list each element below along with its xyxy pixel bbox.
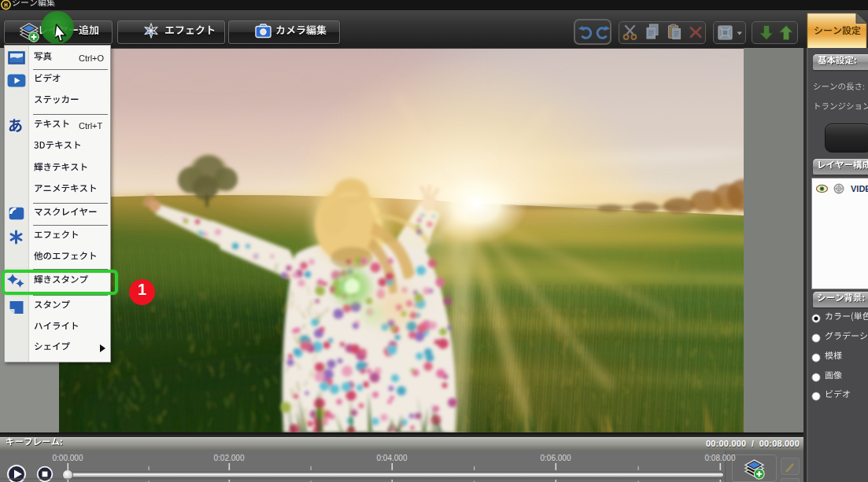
svg-text:0:02.000: 0:02.000 <box>214 454 245 462</box>
svg-text:0:04.000: 0:04.000 <box>377 454 408 462</box>
svg-text:0:00.000: 0:00.000 <box>53 454 83 462</box>
svg-text:0:08.000: 0:08.000 <box>705 454 736 462</box>
svg-text:0:06.000: 0:06.000 <box>541 454 571 462</box>
